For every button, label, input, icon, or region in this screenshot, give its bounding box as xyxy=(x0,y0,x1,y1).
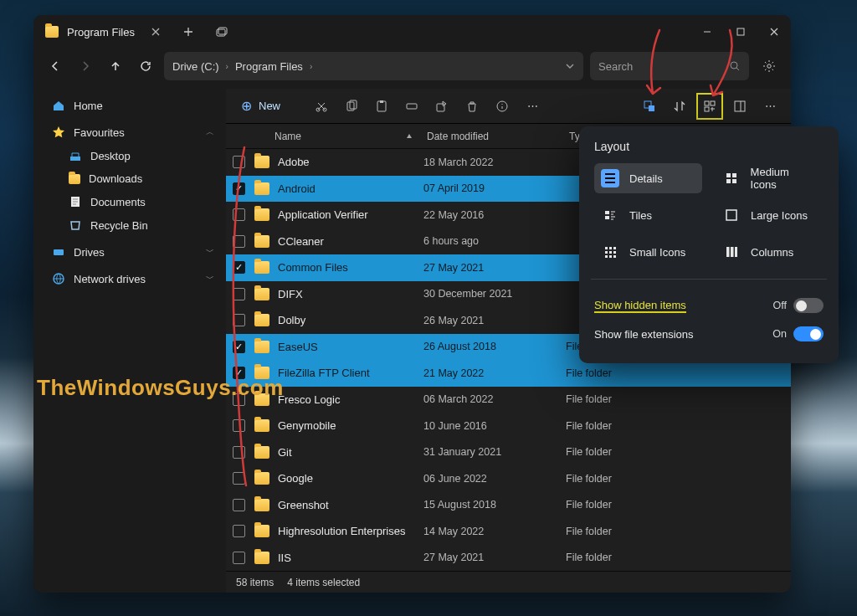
breadcrumb-seg[interactable]: Program Files xyxy=(235,60,303,73)
layout-option-small-icons[interactable]: Small Icons xyxy=(594,237,702,267)
file-name: Google xyxy=(278,472,313,485)
table-row[interactable]: Fresco Logic06 March 2022File folder xyxy=(226,387,791,413)
overflow-button[interactable]: ⋯ xyxy=(757,94,783,119)
breadcrumb[interactable]: Drive (C:) › Program Files › xyxy=(164,52,583,80)
refresh-button[interactable] xyxy=(134,54,157,78)
file-date: 14 May 2022 xyxy=(423,526,566,537)
sidebar-item-home[interactable]: Home xyxy=(37,94,223,117)
table-row[interactable]: ✓FileZilla FTP Client21 May 2022File fol… xyxy=(226,360,791,387)
table-row[interactable]: Genymobile10 June 2016File folder xyxy=(226,413,791,439)
show-hidden-row[interactable]: Show hidden items Off xyxy=(594,291,824,320)
select-mode-button[interactable] xyxy=(637,94,662,119)
layout-option-medium-icons[interactable]: Medium Icons xyxy=(716,163,824,193)
layout-option-details[interactable]: Details xyxy=(594,163,702,193)
row-checkbox[interactable]: ✓ xyxy=(226,182,251,195)
row-checkbox[interactable] xyxy=(226,288,251,300)
properties-button[interactable] xyxy=(490,94,515,119)
svg-rect-38 xyxy=(609,255,612,258)
row-checkbox[interactable] xyxy=(226,156,251,168)
sidebar-item-label: Drives xyxy=(74,246,105,259)
layout-glyph-icon xyxy=(601,206,619,224)
file-date: 30 December 2021 xyxy=(423,288,566,300)
show-extensions-state: On xyxy=(772,328,787,340)
svg-rect-34 xyxy=(605,251,608,254)
svg-rect-28 xyxy=(605,211,609,214)
row-checkbox[interactable] xyxy=(226,446,251,459)
file-type: File folder xyxy=(566,446,791,458)
row-checkbox[interactable] xyxy=(226,552,251,564)
tab-overview-icon[interactable] xyxy=(205,15,239,49)
close-tab-icon[interactable] xyxy=(151,28,160,36)
preview-pane-button[interactable] xyxy=(727,94,752,119)
column-date[interactable]: Date modified xyxy=(427,131,569,142)
folder-icon xyxy=(254,472,269,485)
show-extensions-row[interactable]: Show file extensions On xyxy=(594,320,824,348)
table-row[interactable]: Google06 June 2022File folder xyxy=(226,465,791,492)
sidebar-item-recycle-bin[interactable]: Recycle Bin xyxy=(37,213,223,237)
sidebar-item-favourites[interactable]: Favourites ︿ xyxy=(37,121,223,144)
row-checkbox[interactable] xyxy=(226,314,251,326)
sidebar-item-documents[interactable]: Documents xyxy=(37,190,223,213)
folder-icon xyxy=(254,419,269,432)
table-row[interactable]: IIS27 May 2021File folder xyxy=(226,545,791,572)
maximize-button[interactable] xyxy=(724,15,757,49)
chevron-up-icon: ︿ xyxy=(206,126,214,138)
row-checkbox[interactable] xyxy=(226,235,251,248)
sidebar-item-label: Desktop xyxy=(90,150,131,162)
settings-button[interactable] xyxy=(756,52,783,80)
share-button[interactable] xyxy=(429,94,454,119)
sort-asc-icon xyxy=(405,132,413,141)
table-row[interactable]: Greenshot15 August 2018File folder xyxy=(226,492,791,519)
row-checkbox[interactable] xyxy=(226,208,251,221)
sidebar-item-drives[interactable]: Drives ﹀ xyxy=(37,240,223,264)
chevron-down-icon[interactable] xyxy=(565,61,575,71)
search-input[interactable]: Search xyxy=(590,52,749,80)
sort-button[interactable] xyxy=(667,94,692,119)
new-button[interactable]: ⊕ New xyxy=(234,95,287,117)
more-button[interactable]: ⋯ xyxy=(520,94,545,119)
minimize-button[interactable] xyxy=(690,15,724,49)
toggle-on[interactable] xyxy=(793,326,824,341)
breadcrumb-seg[interactable]: Drive (C:) xyxy=(172,60,219,73)
delete-button[interactable] xyxy=(459,94,485,119)
sidebar-item-downloads[interactable]: Downloads xyxy=(37,167,223,190)
file-date: 06 March 2022 xyxy=(423,393,566,405)
folder-icon xyxy=(254,261,269,274)
layout-option-large-icons[interactable]: Large Icons xyxy=(716,200,824,230)
nav-row: Drive (C:) › Program Files › Search xyxy=(33,49,791,89)
forward-button[interactable] xyxy=(74,54,97,78)
table-row[interactable]: Git31 January 2021File folder xyxy=(226,439,791,466)
layout-option-columns[interactable]: Columns xyxy=(716,237,824,267)
svg-rect-23 xyxy=(735,101,745,111)
new-tab-button[interactable] xyxy=(172,15,205,49)
row-checkbox[interactable]: ✓ xyxy=(226,341,251,353)
layout-option-tiles[interactable]: Tiles xyxy=(594,200,702,230)
close-window-button[interactable] xyxy=(757,15,791,49)
svg-point-3 xyxy=(731,62,737,69)
copy-button[interactable] xyxy=(339,94,364,119)
sidebar-item-desktop[interactable]: Desktop xyxy=(37,144,223,167)
rename-button[interactable] xyxy=(399,94,424,119)
window-tab[interactable]: Program Files xyxy=(33,15,172,49)
up-button[interactable] xyxy=(104,54,127,78)
row-checkbox[interactable] xyxy=(226,525,251,537)
table-row[interactable]: Highresolution Enterprises14 May 2022Fil… xyxy=(226,518,791,545)
folder-icon xyxy=(254,235,269,248)
row-checkbox[interactable] xyxy=(226,419,251,432)
toggle-off[interactable] xyxy=(793,298,824,313)
row-checkbox[interactable] xyxy=(226,472,251,485)
back-button[interactable] xyxy=(44,54,67,78)
file-type: File folder xyxy=(566,367,791,379)
paste-button[interactable] xyxy=(369,94,394,119)
svg-rect-5 xyxy=(70,157,80,161)
sidebar-item-network[interactable]: Network drives ﹀ xyxy=(37,267,223,290)
cut-button[interactable] xyxy=(309,94,334,119)
column-name[interactable]: Name xyxy=(226,131,427,142)
file-type: File folder xyxy=(566,420,791,432)
row-checkbox[interactable]: ✓ xyxy=(226,261,251,274)
layout-button[interactable] xyxy=(697,94,722,119)
row-checkbox[interactable] xyxy=(226,499,251,511)
file-name: Git xyxy=(278,446,292,459)
file-name: FileZilla FTP Client xyxy=(278,367,370,379)
layout-glyph-icon xyxy=(601,169,619,187)
